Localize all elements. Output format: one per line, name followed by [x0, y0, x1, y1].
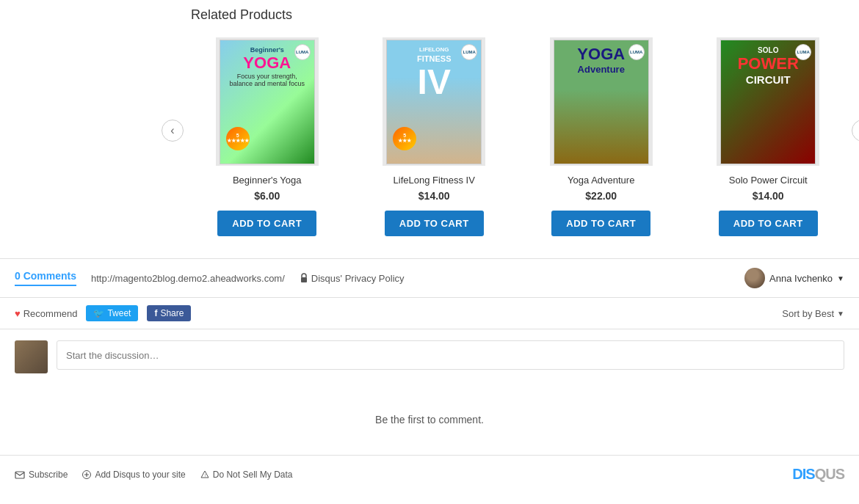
product-name-lifelong: LifeLong Fitness IV [394, 175, 475, 186]
disqus-header: 0 Comments http://magento2blog.demo2.ahe… [0, 259, 859, 298]
add-disqus-link[interactable]: Add Disqus to your site [82, 470, 185, 480]
comment-input-area [0, 329, 859, 384]
product-image-lifelong: LIFELONG FITNESS IV LUMA 5★★★ [383, 37, 485, 166]
tweet-button[interactable]: 🐦 Tweet [86, 305, 138, 321]
svg-text:!: ! [204, 473, 206, 478]
products-carousel: ‹ Beginner's YOGA Focus your strength,ba… [191, 37, 844, 236]
dvd-cover-circuit: SOLO POWER CIRCUIT LUMA [720, 40, 816, 164]
dvd-cover-yoga: Beginner's YOGA Focus your strength,bala… [220, 40, 315, 164]
share-button[interactable]: f Share [147, 305, 191, 321]
subscribe-icon [15, 470, 25, 479]
add-to-cart-adventure-button[interactable]: Add to Cart [551, 211, 650, 236]
luma-badge-4: LUMA [795, 44, 811, 60]
carousel-next-button[interactable]: › [852, 120, 859, 142]
heart-icon: ♥ [15, 308, 21, 319]
facebook-icon: f [154, 308, 157, 318]
disqus-section: 0 Comments http://magento2blog.demo2.ahe… [0, 258, 859, 493]
product-image-adventure: YOGA Adventure LUMA [550, 37, 653, 166]
product-card-adventure: YOGA Adventure LUMA Yoga Adventure $22.0… [525, 37, 678, 236]
add-to-cart-lifelong-button[interactable]: Add to Cart [385, 211, 484, 236]
lock-icon [300, 273, 308, 283]
sort-button[interactable]: Sort by Best ▼ [782, 308, 844, 319]
disqus-url[interactable]: http://magento2blog.demo2.aheadworks.com… [91, 273, 285, 284]
twitter-icon: 🐦 [93, 308, 104, 318]
disqus-footer: Subscribe Add Disqus to your site ! Do N… [0, 455, 859, 493]
product-image-yoga: Beginner's YOGA Focus your strength,bala… [216, 37, 319, 166]
svg-rect-0 [301, 277, 307, 282]
add-disqus-icon [82, 470, 91, 479]
add-to-cart-yoga-button[interactable]: Add to Cart [217, 211, 316, 236]
dvd-cover-lifelong: LIFELONG FITNESS IV LUMA 5★★★ [386, 40, 482, 164]
related-products-title: Related Products [191, 7, 844, 23]
page-wrapper: Related Products ‹ Beginner's YOGA Focus… [0, 0, 859, 504]
comments-count: 0 Comments [15, 270, 76, 286]
dvd-cover-adventure: YOGA Adventure LUMA [554, 40, 649, 164]
product-price-circuit: $14.00 [753, 190, 784, 202]
commenter-avatar [15, 340, 48, 373]
product-card-yoga: Beginner's YOGA Focus your strength,bala… [191, 37, 344, 236]
recommend-button[interactable]: ♥ Recommend [15, 308, 77, 319]
product-card-circuit: SOLO POWER CIRCUIT LUMA Solo Power Circu… [692, 37, 845, 236]
subscribe-link[interactable]: Subscribe [15, 470, 68, 480]
disqus-actions: ♥ Recommend 🐦 Tweet f Share Sort by Best… [0, 298, 859, 329]
product-name-circuit: Solo Power Circuit [729, 175, 808, 186]
disqus-user: Anna Ivchenko ▼ [744, 268, 844, 288]
carousel-prev-button[interactable]: ‹ [162, 120, 184, 142]
first-comment-text: Be the first to comment. [0, 384, 859, 455]
product-card-lifelong: LIFELONG FITNESS IV LUMA 5★★★ LifeLong F… [358, 37, 511, 236]
related-products-section: Related Products ‹ Beginner's YOGA Focus… [0, 0, 859, 258]
user-dropdown-chevron[interactable]: ▼ [837, 274, 844, 282]
user-name: Anna Ivchenko [769, 273, 833, 284]
product-price-adventure: $22.00 [585, 190, 617, 202]
product-price-yoga: $6.00 [254, 190, 280, 202]
sort-chevron-icon: ▼ [837, 310, 844, 318]
add-to-cart-circuit-button[interactable]: Add to Cart [719, 211, 818, 236]
do-not-sell-link[interactable]: ! Do Not Sell My Data [200, 470, 293, 480]
luma-badge-2: LUMA [461, 44, 477, 60]
disqus-privacy: Disqus' Privacy Policy [300, 273, 405, 284]
product-name-yoga: Beginner's Yoga [233, 175, 302, 186]
products-list: Beginner's YOGA Focus your strength,bala… [191, 37, 844, 236]
comment-input[interactable] [57, 340, 844, 370]
disqus-logo: DISQUS [792, 466, 844, 483]
warning-icon: ! [200, 470, 209, 479]
product-image-circuit: SOLO POWER CIRCUIT LUMA [717, 37, 819, 166]
product-name-adventure: Yoga Adventure [568, 175, 634, 186]
product-price-lifelong: $14.00 [418, 190, 450, 202]
luma-badge: LUMA [294, 44, 311, 60]
user-avatar [744, 268, 765, 288]
luma-badge-3: LUMA [628, 44, 645, 60]
